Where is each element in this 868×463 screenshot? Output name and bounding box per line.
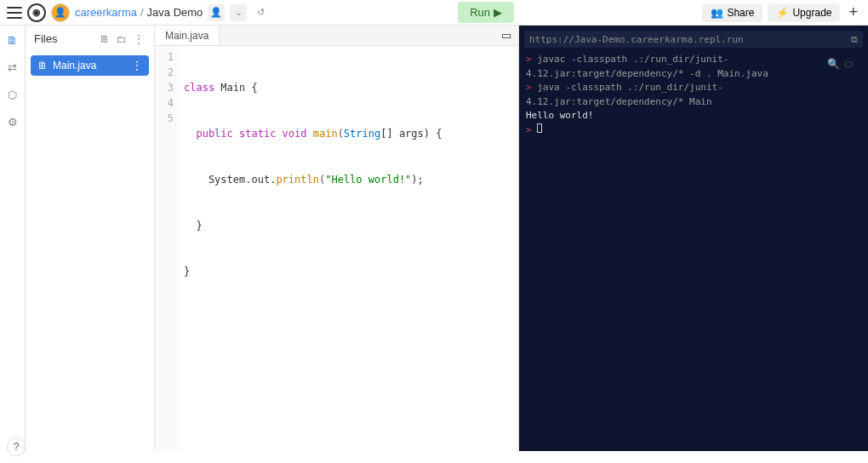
owner-link[interactable]: careerkarma <box>75 6 137 19</box>
settings-icon[interactable]: ⚙ <box>5 114 20 129</box>
file-more-icon[interactable]: ⋮ <box>132 60 142 71</box>
console-search-icon[interactable]: 🔍 <box>827 58 839 70</box>
console-panel: https://Java-Demo.careerkarma.repl.run ⧉… <box>519 26 868 451</box>
project-name: Java Demo <box>147 6 203 19</box>
more-icon[interactable]: ⋮ <box>134 33 146 45</box>
code-editor[interactable]: 1 2 3 4 5 class Main { public static voi… <box>155 46 518 451</box>
menu-icon[interactable] <box>7 7 22 19</box>
version-icon[interactable]: ⇄ <box>5 60 20 75</box>
console-output[interactable]: > javac -classpath .:/run_dir/junit-4.12… <box>519 53 868 137</box>
history-icon[interactable]: ↺ <box>252 4 269 21</box>
file-panel: Files 🗎 🗀 ⋮ 🗎 Main.java ⋮ <box>26 26 155 451</box>
add-icon[interactable]: + <box>845 3 861 21</box>
file-label: Main.java <box>53 60 96 71</box>
new-folder-icon[interactable]: 🗀 <box>117 33 128 45</box>
open-external-icon[interactable]: ⧉ <box>851 34 858 45</box>
help-button[interactable]: ? <box>7 437 26 456</box>
console-url-bar[interactable]: https://Java-Demo.careerkarma.repl.run ⧉ <box>524 31 863 48</box>
line-gutter: 1 2 3 4 5 <box>155 46 180 451</box>
logo-icon: ◉ <box>27 3 46 22</box>
files-icon[interactable]: 🗎 <box>5 32 20 48</box>
upgrade-button[interactable]: ⚡ Upgrade <box>768 3 840 22</box>
layout-icon[interactable]: ▭ <box>494 29 518 42</box>
file-item-main[interactable]: 🗎 Main.java ⋮ <box>31 55 149 76</box>
avatar[interactable]: 👤 <box>51 3 70 22</box>
packages-icon[interactable]: ⬡ <box>5 87 20 102</box>
tool-rail: 🗎 ⇄ ⬡ ⚙ <box>0 26 26 451</box>
breadcrumb: careerkarma / Java Demo <box>75 6 203 19</box>
chevron-down-icon[interactable]: ⌄ <box>230 4 247 21</box>
run-button[interactable]: Run ▶ <box>458 2 513 23</box>
console-toggle-icon[interactable]: ⬭ <box>844 58 856 70</box>
visibility-icon[interactable]: 👤 <box>208 4 225 21</box>
files-title: Files <box>34 32 94 45</box>
editor-panel: Main.java ▭ 1 2 3 4 5 class Main { publi… <box>155 26 519 451</box>
new-file-icon[interactable]: 🗎 <box>100 33 111 45</box>
share-button[interactable]: 👥 Share <box>702 3 762 22</box>
console-url: https://Java-Demo.careerkarma.repl.run <box>529 34 744 45</box>
file-icon: 🗎 <box>37 60 48 71</box>
code-text[interactable]: class Main { public static void main(Str… <box>180 46 442 451</box>
tab-main[interactable]: Main.java <box>155 26 220 45</box>
